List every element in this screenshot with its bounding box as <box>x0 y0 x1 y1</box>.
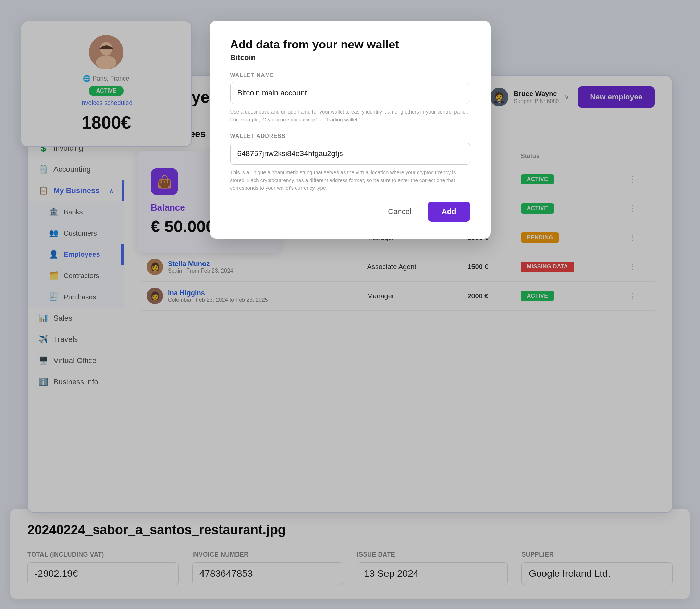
modal-actions: Cancel Add <box>230 202 470 222</box>
modal-title: Add data from your new wallet <box>230 38 470 51</box>
modal-overlay: Add data from your new wallet Bitcoin WA… <box>0 0 700 609</box>
wallet-address-label: WALLET ADDRESS <box>230 133 470 139</box>
add-wallet-modal: Add data from your new wallet Bitcoin WA… <box>210 21 491 239</box>
wallet-name-label: WALLET NAME <box>230 72 470 79</box>
add-button[interactable]: Add <box>428 202 470 222</box>
wallet-name-hint: Use a descriptive and unique name for yo… <box>230 108 470 123</box>
modal-subtitle: Bitcoin <box>230 53 470 62</box>
cancel-button[interactable]: Cancel <box>378 202 421 222</box>
wallet-name-input[interactable] <box>230 82 470 104</box>
wallet-address-hint: This is a unique alphanumeric string tha… <box>230 169 470 192</box>
wallet-address-input[interactable] <box>230 143 470 165</box>
